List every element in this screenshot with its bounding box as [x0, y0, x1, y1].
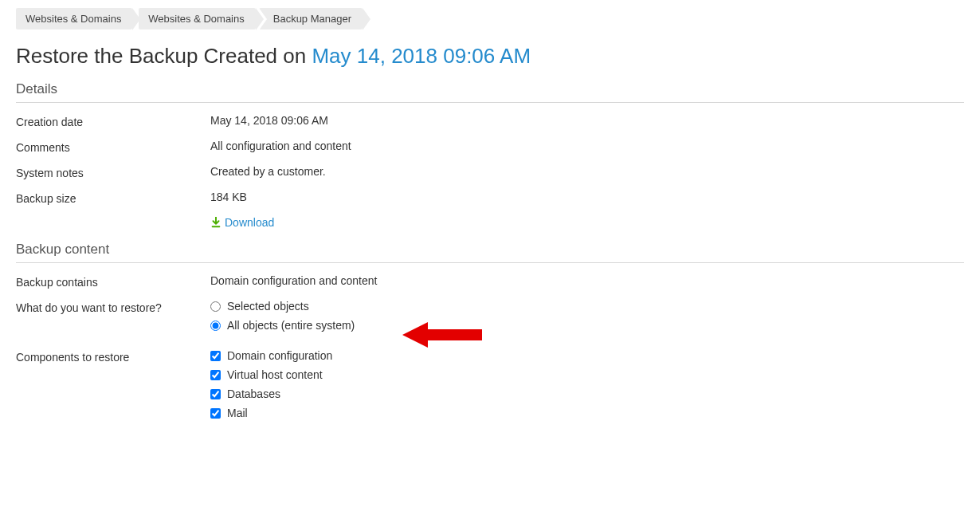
- system-notes-label: System notes: [16, 165, 210, 179]
- radio-selected-objects-input[interactable]: [210, 301, 221, 312]
- radio-all-objects-input[interactable]: [210, 321, 221, 331]
- download-link[interactable]: Download: [210, 216, 274, 229]
- backup-size-value: 184 KB: [210, 191, 964, 203]
- breadcrumb-websites-domains-2[interactable]: Websites & Domains: [139, 8, 255, 30]
- download-icon: [210, 217, 221, 228]
- comments-label: Comments: [16, 140, 210, 154]
- checkbox-vhost-input[interactable]: [210, 370, 221, 380]
- radio-all-objects-label: All objects (entire system): [227, 319, 355, 332]
- creation-date-value: May 14, 2018 09:06 AM: [210, 114, 964, 127]
- page-title: Restore the Backup Created on May 14, 20…: [16, 44, 964, 69]
- checkbox-databases-input[interactable]: [210, 389, 221, 399]
- checkbox-domain-config[interactable]: Domain configuration: [210, 349, 964, 362]
- checkbox-domain-config-input[interactable]: [210, 351, 221, 361]
- radio-all-objects[interactable]: All objects (entire system): [210, 319, 964, 332]
- breadcrumb-websites-domains[interactable]: Websites & Domains: [16, 8, 132, 30]
- backup-size-label: Backup size: [16, 191, 210, 205]
- creation-date-label: Creation date: [16, 114, 210, 128]
- checkbox-mail-input[interactable]: [210, 408, 221, 419]
- checkbox-databases[interactable]: Databases: [210, 387, 964, 400]
- page-title-date: May 14, 2018 09:06 AM: [312, 44, 531, 68]
- radio-selected-objects[interactable]: Selected objects: [210, 300, 964, 313]
- checkbox-vhost[interactable]: Virtual host content: [210, 368, 964, 381]
- svg-marker-1: [402, 322, 482, 348]
- comments-value: All configuration and content: [210, 140, 964, 152]
- backup-contains-value: Domain configuration and content: [210, 274, 964, 287]
- breadcrumb-top: Websites & Domains: [16, 8, 135, 30]
- checkbox-mail-label: Mail: [227, 407, 248, 419]
- page-title-text: Restore the Backup Created on: [16, 44, 312, 68]
- backup-contains-label: Backup contains: [16, 274, 210, 289]
- radio-selected-objects-label: Selected objects: [227, 300, 309, 313]
- components-label: Components to restore: [16, 349, 210, 364]
- section-details-header: Details: [16, 81, 964, 103]
- download-label: Download: [225, 216, 274, 229]
- checkbox-vhost-label: Virtual host content: [227, 368, 323, 381]
- system-notes-value: Created by a customer.: [210, 165, 964, 178]
- breadcrumb-backup-manager[interactable]: Backup Manager: [259, 8, 363, 30]
- checkbox-mail[interactable]: Mail: [210, 407, 964, 419]
- restore-question-label: What do you want to restore?: [16, 300, 210, 314]
- section-backup-content-header: Backup content: [16, 242, 964, 263]
- checkbox-databases-label: Databases: [227, 387, 280, 400]
- checkbox-domain-config-label: Domain configuration: [227, 349, 332, 362]
- breadcrumb-main: Websites & Domains Backup Manager: [139, 8, 366, 30]
